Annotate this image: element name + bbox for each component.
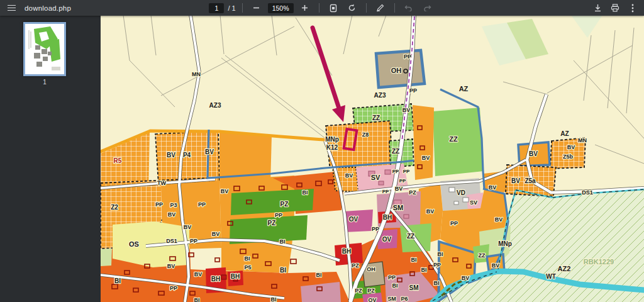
pdf-page-canvas[interactable]: MNAZ3R5BVP4BVTWZ2PPP3BVPPBVBVBVDS1PPOSBV… [101,16,644,302]
svg-text:SM: SM [387,296,396,302]
toolbar-divider [394,3,395,13]
page-thumbnail[interactable]: 1 [23,22,66,86]
page-number-input[interactable] [209,3,224,13]
svg-text:BV: BV [529,150,538,157]
region-bv-east-strip [413,105,434,180]
svg-text:BH: BH [383,214,392,221]
svg-text:AZ: AZ [459,85,469,92]
svg-text:BV: BV [212,231,220,237]
svg-text:DS1: DS1 [166,238,177,244]
svg-text:BI: BI [280,238,286,245]
rotate-icon[interactable] [345,1,360,15]
svg-text:PZ: PZ [409,189,416,196]
thumbnail-sidebar: 1 [0,16,101,302]
svg-text:BV: BV [184,224,192,230]
svg-text:P5: P5 [244,264,251,271]
svg-text:MN: MN [192,71,201,77]
svg-text:BI: BI [245,255,250,262]
annotate-pen-icon[interactable] [373,1,388,15]
svg-text:P4: P4 [183,152,191,159]
svg-text:Z8: Z8 [362,131,369,138]
svg-text:BV: BV [422,155,430,161]
svg-text:BV: BV [168,211,176,218]
document-title: download.php [25,4,71,12]
svg-text:OS: OS [129,240,139,248]
pdf-viewer-window: { "toolbar": { "filename": "download.php… [0,0,644,302]
toolbar-divider [319,3,319,13]
svg-text:BV: BV [395,186,403,192]
svg-text:SM: SM [393,204,404,211]
svg-text:BI: BI [271,296,277,302]
svg-text:BV: BV [194,271,203,277]
svg-text:BV: BV [426,208,435,215]
svg-text:AZ: AZ [560,130,569,137]
svg-text:ZZ: ZZ [372,115,380,121]
svg-text:OH: OH [367,266,375,272]
svg-text:PZ: PZ [268,220,276,226]
svg-text:BH: BH [231,273,240,280]
svg-text:Z5a: Z5a [525,177,536,184]
thumbnail-image [25,24,64,74]
svg-text:SM: SM [409,284,419,291]
svg-text:PZ: PZ [280,201,289,208]
print-icon[interactable] [608,1,623,15]
zoom-out-button[interactable] [249,1,264,15]
svg-text:PP: PP [275,212,282,218]
svg-text:P6: P6 [401,296,408,302]
svg-text:ZZ: ZZ [407,233,414,240]
svg-text:BV: BV [462,275,470,281]
svg-text:PP: PP [198,201,206,208]
svg-text:BV: BV [495,216,503,223]
svg-text:PZ: PZ [352,262,359,269]
svg-text:BI: BI [392,282,398,289]
zoom-level-display: 150% [268,3,294,13]
svg-text:BV: BV [567,144,575,150]
svg-text:TW: TW [157,180,166,186]
pdf-viewport[interactable]: MNAZ3R5BVP4BVTWZ2PPP3BVPPBVBVBVDS1PPOSBV… [101,16,644,302]
svg-text:PP: PP [399,178,406,184]
svg-text:PP: PP [388,274,396,281]
region-zz-ne [433,108,483,176]
zoom-in-button[interactable] [297,1,313,15]
svg-text:SV: SV [371,174,380,181]
svg-text:PP: PP [450,220,458,226]
fit-to-page-icon[interactable] [326,1,341,15]
svg-text:PP: PP [433,262,441,268]
svg-text:K12: K12 [326,144,338,151]
more-options-icon[interactable] [625,1,640,15]
svg-text:MN: MN [578,137,587,143]
svg-text:PP: PP [170,285,177,291]
svg-text:Z2: Z2 [111,204,118,211]
svg-text:OV: OV [368,297,376,302]
svg-text:BV: BV [345,172,353,179]
svg-text:OH: OH [391,67,402,74]
svg-text:BV: BV [221,188,229,194]
toolbar-divider [366,3,367,13]
svg-text:AZ2: AZ2 [558,265,571,272]
svg-text:MNp: MNp [498,240,512,247]
toolbar-divider [242,3,243,13]
svg-text:RBK1229: RBK1229 [584,258,614,266]
menu-icon[interactable] [5,3,18,14]
svg-text:P3: P3 [170,202,177,208]
download-icon[interactable] [590,1,605,15]
svg-text:PZ: PZ [355,288,362,294]
svg-text:ZZ: ZZ [449,135,458,143]
undo-icon[interactable] [401,1,416,15]
svg-text:BV: BV [167,152,175,159]
svg-text:ZZ: ZZ [392,148,399,155]
svg-text:BV: BV [492,262,500,269]
svg-text:PP: PP [404,53,411,60]
svg-text:PP: PP [403,169,410,174]
thumbnail-page-number: 1 [23,79,66,86]
svg-text:DS1: DS1 [582,189,593,196]
redo-icon[interactable] [420,1,435,15]
svg-text:BI: BI [411,257,417,263]
svg-text:BH: BH [211,276,220,282]
svg-text:PP: PP [392,169,399,174]
svg-text:AZ3: AZ3 [374,92,386,99]
svg-text:BV: BV [402,107,411,113]
svg-text:PP: PP [409,87,417,94]
svg-text:OV: OV [349,216,358,223]
svg-text:BV: BV [489,184,497,191]
